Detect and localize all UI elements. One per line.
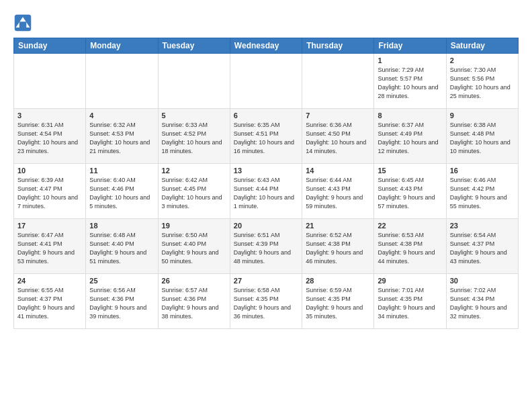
- day-number: 10: [17, 167, 82, 175]
- calendar-cell: 27Sunrise: 6:58 AM Sunset: 4:35 PM Dayli…: [230, 274, 302, 329]
- header: [13, 11, 519, 32]
- day-number: 15: [378, 167, 442, 175]
- day-info: Sunrise: 6:58 AM Sunset: 4:35 PM Dayligh…: [234, 286, 298, 321]
- day-number: 16: [450, 167, 515, 175]
- calendar-week-row: 24Sunrise: 6:55 AM Sunset: 4:37 PM Dayli…: [14, 274, 519, 329]
- day-info: Sunrise: 6:57 AM Sunset: 4:36 PM Dayligh…: [162, 286, 226, 321]
- day-number: 12: [162, 167, 226, 175]
- weekday-header: Tuesday: [158, 38, 230, 54]
- calendar-cell: [86, 54, 158, 109]
- calendar-cell: 18Sunrise: 6:48 AM Sunset: 4:40 PM Dayli…: [86, 219, 158, 274]
- calendar-cell: 26Sunrise: 6:57 AM Sunset: 4:36 PM Dayli…: [158, 274, 230, 329]
- day-info: Sunrise: 6:40 AM Sunset: 4:46 PM Dayligh…: [89, 176, 154, 211]
- day-number: 11: [89, 167, 154, 175]
- calendar-header: SundayMondayTuesdayWednesdayThursdayFrid…: [14, 38, 519, 54]
- svg-rect-2: [19, 21, 27, 28]
- day-number: 6: [234, 111, 298, 120]
- calendar-table: SundayMondayTuesdayWednesdayThursdayFrid…: [13, 38, 519, 329]
- day-number: 9: [450, 111, 515, 120]
- calendar-cell: [14, 54, 86, 109]
- calendar-cell: [158, 54, 230, 109]
- calendar-cell: 16Sunrise: 6:46 AM Sunset: 4:42 PM Dayli…: [446, 164, 518, 219]
- day-number: 20: [234, 222, 298, 230]
- day-number: 29: [378, 277, 442, 285]
- day-number: 4: [89, 111, 154, 120]
- day-number: 28: [306, 277, 370, 285]
- day-info: Sunrise: 6:50 AM Sunset: 4:40 PM Dayligh…: [162, 231, 226, 266]
- calendar-cell: 12Sunrise: 6:42 AM Sunset: 4:45 PM Dayli…: [158, 164, 230, 219]
- logo-icon: [13, 13, 32, 32]
- day-number: 23: [450, 222, 515, 230]
- day-number: 22: [378, 222, 442, 230]
- day-info: Sunrise: 6:46 AM Sunset: 4:42 PM Dayligh…: [450, 176, 515, 211]
- day-info: Sunrise: 7:01 AM Sunset: 4:35 PM Dayligh…: [378, 286, 442, 321]
- day-info: Sunrise: 6:33 AM Sunset: 4:52 PM Dayligh…: [162, 121, 226, 156]
- day-number: 21: [306, 222, 370, 230]
- calendar-cell: 15Sunrise: 6:45 AM Sunset: 4:43 PM Dayli…: [374, 164, 446, 219]
- day-info: Sunrise: 6:38 AM Sunset: 4:48 PM Dayligh…: [450, 121, 515, 156]
- day-info: Sunrise: 6:54 AM Sunset: 4:37 PM Dayligh…: [450, 231, 515, 266]
- day-number: 5: [162, 111, 226, 120]
- weekday-header: Monday: [86, 38, 158, 54]
- day-info: Sunrise: 6:44 AM Sunset: 4:43 PM Dayligh…: [306, 176, 370, 211]
- day-info: Sunrise: 7:29 AM Sunset: 5:57 PM Dayligh…: [378, 66, 442, 101]
- day-info: Sunrise: 6:39 AM Sunset: 4:47 PM Dayligh…: [17, 176, 82, 211]
- day-info: Sunrise: 6:47 AM Sunset: 4:41 PM Dayligh…: [17, 231, 82, 266]
- calendar-cell: 22Sunrise: 6:53 AM Sunset: 4:38 PM Dayli…: [374, 219, 446, 274]
- day-number: 27: [234, 277, 298, 285]
- day-number: 1: [378, 56, 442, 64]
- day-number: 2: [450, 56, 515, 64]
- day-info: Sunrise: 6:56 AM Sunset: 4:36 PM Dayligh…: [89, 286, 154, 321]
- calendar-cell: 2Sunrise: 7:30 AM Sunset: 5:56 PM Daylig…: [446, 54, 518, 109]
- calendar-cell: 21Sunrise: 6:52 AM Sunset: 4:38 PM Dayli…: [302, 219, 374, 274]
- weekday-header: Wednesday: [230, 38, 302, 54]
- calendar-cell: 23Sunrise: 6:54 AM Sunset: 4:37 PM Dayli…: [446, 219, 518, 274]
- day-info: Sunrise: 7:30 AM Sunset: 5:56 PM Dayligh…: [450, 66, 515, 101]
- day-number: 7: [306, 111, 370, 120]
- day-info: Sunrise: 6:45 AM Sunset: 4:43 PM Dayligh…: [378, 176, 442, 211]
- day-info: Sunrise: 6:53 AM Sunset: 4:38 PM Dayligh…: [378, 231, 442, 266]
- calendar-cell: 17Sunrise: 6:47 AM Sunset: 4:41 PM Dayli…: [14, 219, 86, 274]
- logo: [13, 13, 35, 32]
- day-number: 24: [17, 277, 82, 285]
- calendar-cell: 19Sunrise: 6:50 AM Sunset: 4:40 PM Dayli…: [158, 219, 230, 274]
- day-number: 3: [17, 111, 82, 120]
- calendar-cell: [302, 54, 374, 109]
- day-info: Sunrise: 6:32 AM Sunset: 4:53 PM Dayligh…: [89, 121, 154, 156]
- calendar-week-row: 3Sunrise: 6:31 AM Sunset: 4:54 PM Daylig…: [14, 109, 519, 164]
- day-number: 8: [378, 111, 442, 120]
- calendar-cell: 28Sunrise: 6:59 AM Sunset: 4:35 PM Dayli…: [302, 274, 374, 329]
- calendar-cell: 25Sunrise: 6:56 AM Sunset: 4:36 PM Dayli…: [86, 274, 158, 329]
- day-number: 26: [162, 277, 226, 285]
- calendar-cell: 10Sunrise: 6:39 AM Sunset: 4:47 PM Dayli…: [14, 164, 86, 219]
- day-number: 30: [450, 277, 515, 285]
- calendar-cell: 7Sunrise: 6:36 AM Sunset: 4:50 PM Daylig…: [302, 109, 374, 164]
- calendar-cell: 1Sunrise: 7:29 AM Sunset: 5:57 PM Daylig…: [374, 54, 446, 109]
- calendar-week-row: 10Sunrise: 6:39 AM Sunset: 4:47 PM Dayli…: [14, 164, 519, 219]
- day-info: Sunrise: 6:52 AM Sunset: 4:38 PM Dayligh…: [306, 231, 370, 266]
- calendar-cell: 5Sunrise: 6:33 AM Sunset: 4:52 PM Daylig…: [158, 109, 230, 164]
- day-info: Sunrise: 6:48 AM Sunset: 4:40 PM Dayligh…: [89, 231, 154, 266]
- day-info: Sunrise: 6:55 AM Sunset: 4:37 PM Dayligh…: [17, 286, 82, 321]
- day-number: 18: [89, 222, 154, 230]
- calendar-body: 1Sunrise: 7:29 AM Sunset: 5:57 PM Daylig…: [14, 54, 519, 329]
- day-info: Sunrise: 6:37 AM Sunset: 4:49 PM Dayligh…: [378, 121, 442, 156]
- day-info: Sunrise: 6:43 AM Sunset: 4:44 PM Dayligh…: [234, 176, 298, 211]
- header-row: SundayMondayTuesdayWednesdayThursdayFrid…: [14, 38, 519, 54]
- calendar-cell: 11Sunrise: 6:40 AM Sunset: 4:46 PM Dayli…: [86, 164, 158, 219]
- day-number: 17: [17, 222, 82, 230]
- page: SundayMondayTuesdayWednesdayThursdayFrid…: [0, 0, 532, 411]
- calendar-cell: 3Sunrise: 6:31 AM Sunset: 4:54 PM Daylig…: [14, 109, 86, 164]
- calendar-cell: 29Sunrise: 7:01 AM Sunset: 4:35 PM Dayli…: [374, 274, 446, 329]
- day-info: Sunrise: 6:35 AM Sunset: 4:51 PM Dayligh…: [234, 121, 298, 156]
- calendar-cell: 13Sunrise: 6:43 AM Sunset: 4:44 PM Dayli…: [230, 164, 302, 219]
- calendar-cell: 30Sunrise: 7:02 AM Sunset: 4:34 PM Dayli…: [446, 274, 518, 329]
- calendar-cell: 6Sunrise: 6:35 AM Sunset: 4:51 PM Daylig…: [230, 109, 302, 164]
- day-info: Sunrise: 6:42 AM Sunset: 4:45 PM Dayligh…: [162, 176, 226, 211]
- calendar-week-row: 1Sunrise: 7:29 AM Sunset: 5:57 PM Daylig…: [14, 54, 519, 109]
- calendar-cell: 9Sunrise: 6:38 AM Sunset: 4:48 PM Daylig…: [446, 109, 518, 164]
- calendar-cell: [230, 54, 302, 109]
- day-info: Sunrise: 7:02 AM Sunset: 4:34 PM Dayligh…: [450, 286, 515, 321]
- day-info: Sunrise: 6:59 AM Sunset: 4:35 PM Dayligh…: [306, 286, 370, 321]
- day-info: Sunrise: 6:51 AM Sunset: 4:39 PM Dayligh…: [234, 231, 298, 266]
